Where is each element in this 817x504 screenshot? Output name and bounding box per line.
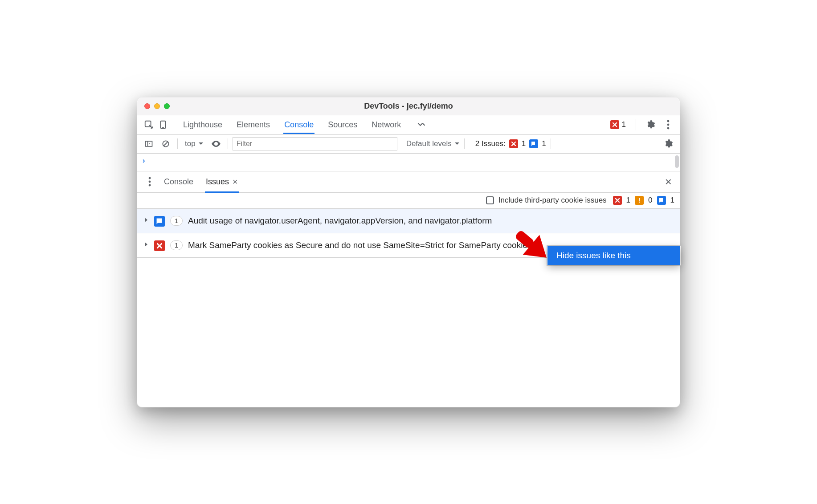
warning-count: 0 [648, 196, 652, 205]
separator [636, 119, 636, 130]
tab-console[interactable]: Console [283, 116, 315, 134]
filter-input[interactable] [233, 137, 397, 150]
issue-row[interactable]: 1 Audit usage of navigator.userAgent, na… [137, 209, 680, 233]
devtools-window: DevTools - jec.fyi/demo Lighthouse Eleme… [137, 97, 680, 407]
separator [177, 138, 178, 149]
svg-point-10 [149, 177, 151, 179]
close-drawer-icon[interactable]: × [662, 175, 674, 189]
main-tabs: Lighthouse Elements Console Sources Netw… [182, 116, 429, 134]
info-icon [529, 139, 538, 148]
svg-line-9 [163, 142, 168, 146]
svg-point-4 [667, 124, 670, 126]
error-count: 1 [626, 196, 630, 205]
window-minimize[interactable] [154, 103, 160, 109]
issue-title: Audit usage of navigator.userAgent, navi… [188, 215, 674, 227]
svg-point-12 [149, 184, 151, 187]
titlebar: DevTools - jec.fyi/demo [137, 98, 680, 115]
error-icon [613, 196, 622, 205]
settings-gear-icon[interactable] [643, 118, 658, 132]
error-count: 1 [622, 120, 626, 129]
issue-count-pill: 1 [170, 216, 183, 226]
include-third-party-toggle[interactable]: Include third-party cookie issues [486, 196, 607, 205]
inspect-element-icon[interactable] [142, 118, 156, 132]
context-label: top [185, 139, 196, 148]
tab-elements[interactable]: Elements [236, 116, 271, 134]
expand-triangle-icon[interactable] [143, 242, 149, 247]
error-icon [509, 139, 518, 148]
drawer-tabs: Console Issues × [163, 171, 239, 192]
main-tabstrip: Lighthouse Elements Console Sources Netw… [137, 115, 680, 135]
tab-sources[interactable]: Sources [327, 116, 358, 134]
console-settings-gear-icon[interactable] [661, 137, 675, 151]
tabstrip-right: 1 [608, 118, 675, 132]
drawer-tabstrip: Console Issues × × [137, 171, 680, 193]
error-icon [610, 120, 619, 129]
context-selector[interactable]: top [182, 138, 206, 149]
chevron-down-icon [454, 142, 460, 146]
info-count: 1 [670, 196, 674, 205]
include-third-party-label: Include third-party cookie issues [498, 196, 607, 205]
window-maximize[interactable] [164, 103, 170, 109]
drawer-tab-console[interactable]: Console [163, 171, 194, 192]
window-close[interactable] [144, 103, 150, 109]
drawer-tab-label: Issues [206, 177, 229, 187]
drawer-tab-issues[interactable]: Issues × [205, 171, 239, 192]
separator [464, 138, 465, 149]
issues-count-badges: 1 ! 0 1 [613, 196, 674, 205]
svg-point-11 [149, 181, 151, 183]
separator [228, 138, 228, 149]
separator [174, 119, 174, 130]
live-expression-eye-icon[interactable] [209, 137, 223, 151]
console-toolbar: top Default levels 2 Issues: 1 1 [137, 135, 680, 154]
svg-point-3 [667, 120, 670, 122]
issues-summary[interactable]: 2 Issues: 1 1 [475, 139, 546, 148]
clear-console-icon[interactable] [159, 137, 173, 151]
window-title: DevTools - jec.fyi/demo [137, 102, 680, 111]
device-toolbar-icon[interactable] [156, 118, 170, 132]
expand-triangle-icon[interactable] [143, 217, 149, 223]
info-icon [657, 196, 666, 205]
sidebar-toggle-icon[interactable] [142, 137, 156, 151]
warning-icon: ! [635, 196, 644, 205]
tab-network[interactable]: Network [371, 116, 402, 134]
info-icon [154, 216, 165, 227]
issues-label: 2 Issues: [475, 139, 506, 148]
chevron-down-icon [198, 142, 204, 146]
checkbox-icon [486, 196, 494, 204]
console-body[interactable]: › [137, 154, 680, 171]
log-levels-selector[interactable]: Default levels [406, 139, 460, 148]
pointer-arrow-icon [507, 227, 556, 262]
scrollbar-thumb[interactable] [675, 155, 679, 168]
error-count-badge[interactable]: 1 [608, 119, 629, 130]
close-tab-icon[interactable]: × [233, 177, 238, 187]
context-menu: Hide issues like this [547, 246, 680, 265]
traffic-lights [144, 103, 170, 109]
levels-label: Default levels [406, 139, 452, 148]
issue-count-pill: 1 [170, 240, 183, 250]
more-tabs-chevron-icon[interactable] [414, 116, 429, 130]
drawer-kebab-icon[interactable] [143, 175, 157, 189]
console-prompt-icon: › [143, 156, 145, 165]
issues-error-count: 1 [522, 139, 526, 148]
error-icon [154, 240, 165, 251]
issues-info-count: 1 [542, 139, 546, 148]
context-menu-item-hide[interactable]: Hide issues like this [556, 251, 671, 260]
tab-lighthouse[interactable]: Lighthouse [182, 116, 223, 134]
separator [551, 138, 551, 149]
svg-point-5 [667, 127, 670, 130]
issues-toolbar: Include third-party cookie issues 1 ! 0 … [137, 193, 680, 209]
kebab-menu-icon[interactable] [661, 118, 675, 132]
